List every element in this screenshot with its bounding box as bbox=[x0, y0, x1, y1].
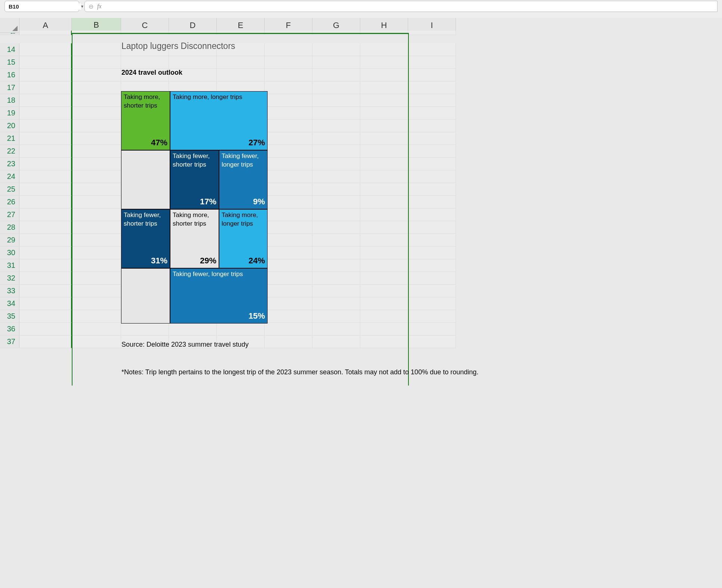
row-head-22[interactable]: 22 bbox=[0, 145, 19, 158]
row-head-35[interactable]: 35 bbox=[0, 310, 19, 323]
panel-label: Taking more, shorter trips bbox=[124, 93, 167, 110]
cell[interactable] bbox=[19, 297, 72, 310]
formula-bar-area: ▾ ⊖ fx bbox=[0, 0, 722, 18]
sheet-viewport: ABCDEFGHI1314151617181920212223242526272… bbox=[0, 18, 722, 348]
columns-header: Laptop luggers Disconnectors bbox=[121, 41, 235, 51]
row-head-19[interactable]: 19 bbox=[0, 107, 19, 120]
panel-label: Taking fewer, longer trips bbox=[173, 270, 265, 279]
formula-bar[interactable]: ⊖ fx bbox=[84, 1, 718, 12]
name-box[interactable]: ▾ bbox=[4, 1, 79, 12]
cell[interactable] bbox=[19, 43, 72, 56]
cell[interactable] bbox=[408, 81, 456, 94]
cell[interactable] bbox=[408, 272, 456, 285]
chevron-down-icon[interactable]: ▾ bbox=[81, 4, 83, 9]
cell[interactable] bbox=[19, 158, 72, 170]
chart-title: 2024 travel outlook bbox=[121, 69, 182, 77]
cell[interactable] bbox=[408, 132, 456, 145]
cell[interactable] bbox=[19, 81, 72, 94]
row-head-31[interactable]: 31 bbox=[0, 259, 19, 272]
panel-label: Taking fewer, shorter trips bbox=[173, 152, 216, 169]
row-head-23[interactable]: 23 bbox=[0, 158, 19, 170]
panel-value: 47% bbox=[124, 138, 167, 148]
cell[interactable] bbox=[19, 183, 72, 196]
cell[interactable] bbox=[19, 170, 72, 183]
source-text: Source: Deloitte 2023 summer travel stud… bbox=[121, 341, 249, 349]
zoom-out-icon[interactable]: ⊖ bbox=[89, 3, 93, 10]
panel-ll-fewer-longer: Taking fewer, longer trips 9% bbox=[219, 150, 268, 209]
cell[interactable] bbox=[408, 145, 456, 158]
cell[interactable] bbox=[19, 285, 72, 297]
panel-label: Taking more, shorter trips bbox=[173, 211, 216, 228]
formula-input[interactable] bbox=[105, 3, 713, 10]
cell[interactable] bbox=[19, 145, 72, 158]
cell[interactable] bbox=[408, 43, 456, 56]
row-head-14[interactable]: 14 bbox=[0, 43, 19, 56]
cell[interactable] bbox=[408, 170, 456, 183]
cell[interactable] bbox=[408, 221, 456, 234]
cell[interactable] bbox=[408, 183, 456, 196]
cell[interactable] bbox=[19, 247, 72, 259]
row-head-18[interactable]: 18 bbox=[0, 94, 19, 107]
cell[interactable] bbox=[408, 234, 456, 247]
row-head-17[interactable]: 17 bbox=[0, 81, 19, 94]
cell[interactable] bbox=[408, 259, 456, 272]
row-head-33[interactable]: 33 bbox=[0, 285, 19, 297]
cell[interactable] bbox=[408, 31, 456, 35]
panel-label: Taking more, longer trips bbox=[222, 211, 265, 228]
cell[interactable] bbox=[19, 335, 72, 348]
row-head-36[interactable]: 36 bbox=[0, 323, 19, 335]
cell[interactable] bbox=[19, 94, 72, 107]
cell[interactable] bbox=[408, 120, 456, 132]
cell[interactable] bbox=[19, 323, 72, 335]
cell[interactable] bbox=[19, 132, 72, 145]
cell[interactable] bbox=[19, 56, 72, 69]
row-head-28[interactable]: 28 bbox=[0, 221, 19, 234]
row-head-29[interactable]: 29 bbox=[0, 234, 19, 247]
cell[interactable] bbox=[19, 259, 72, 272]
row-head-27[interactable]: 27 bbox=[0, 208, 19, 221]
cell[interactable] bbox=[19, 31, 72, 35]
notes-text: *Notes: Trip length pertains to the long… bbox=[121, 368, 478, 376]
cell[interactable] bbox=[408, 107, 456, 120]
cell[interactable] bbox=[408, 208, 456, 221]
row-head-26[interactable]: 26 bbox=[0, 196, 19, 208]
panel-ll-more-longer: Taking more, longer trips 27% bbox=[170, 91, 268, 150]
row-head-24[interactable]: 24 bbox=[0, 170, 19, 183]
cell[interactable] bbox=[19, 208, 72, 221]
panel-dc-fewer-longer: Taking fewer, longer trips 15% bbox=[170, 268, 268, 324]
panel-value: 15% bbox=[173, 311, 265, 321]
cell[interactable] bbox=[19, 107, 72, 120]
row-head-32[interactable]: 32 bbox=[0, 272, 19, 285]
cell[interactable] bbox=[408, 158, 456, 170]
cell[interactable] bbox=[408, 56, 456, 69]
cell[interactable] bbox=[19, 221, 72, 234]
cell[interactable] bbox=[408, 310, 456, 323]
row-head-25[interactable]: 25 bbox=[0, 183, 19, 196]
panel-value: 27% bbox=[173, 138, 265, 148]
row-head-34[interactable]: 34 bbox=[0, 297, 19, 310]
cell[interactable] bbox=[408, 69, 456, 81]
cell[interactable] bbox=[408, 297, 456, 310]
panel-dc-fewer-shorter: Taking fewer, shorter trips 31% bbox=[121, 209, 170, 268]
row-head-30[interactable]: 30 bbox=[0, 247, 19, 259]
select-all-corner[interactable] bbox=[0, 18, 19, 33]
row-head-15[interactable]: 15 bbox=[0, 56, 19, 69]
name-box-input[interactable] bbox=[9, 3, 81, 10]
cell[interactable] bbox=[19, 272, 72, 285]
panel-label: Taking fewer, shorter trips bbox=[124, 211, 167, 228]
cell[interactable] bbox=[19, 120, 72, 132]
row-head-21[interactable]: 21 bbox=[0, 132, 19, 145]
row-head-37[interactable]: 37 bbox=[0, 335, 19, 348]
cell[interactable] bbox=[408, 335, 456, 348]
cell[interactable] bbox=[19, 234, 72, 247]
cell[interactable] bbox=[19, 310, 72, 323]
cell[interactable] bbox=[408, 94, 456, 107]
row-head-20[interactable]: 20 bbox=[0, 120, 19, 132]
row-head-16[interactable]: 16 bbox=[0, 69, 19, 81]
cell[interactable] bbox=[19, 196, 72, 208]
cell[interactable] bbox=[408, 196, 456, 208]
cell[interactable] bbox=[408, 323, 456, 335]
cell[interactable] bbox=[408, 247, 456, 259]
cell[interactable] bbox=[408, 285, 456, 297]
cell[interactable] bbox=[19, 69, 72, 81]
